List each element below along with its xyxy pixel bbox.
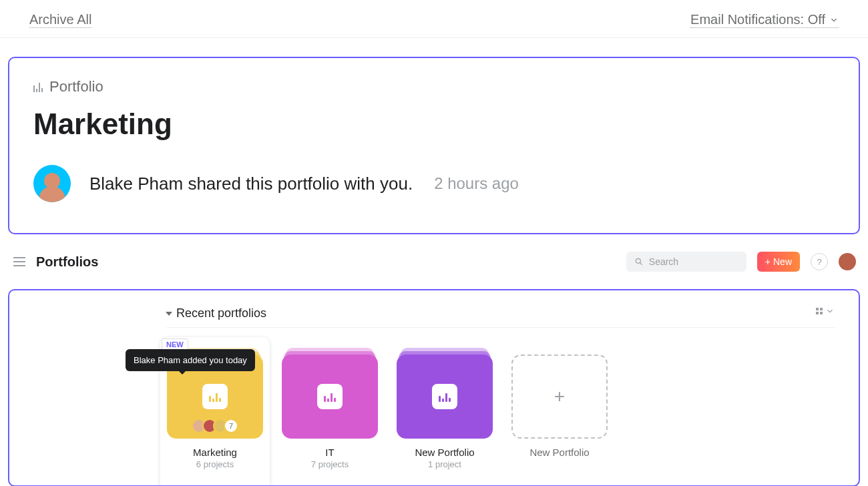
tooltip: Blake Pham added you today [126,349,255,371]
portfolio-icon [33,81,43,92]
portfolio-icon [317,384,343,409]
notification-time: 2 hours ago [434,174,519,193]
tile-title: Marketing [167,447,263,458]
archive-all-link[interactable]: Archive All [29,12,91,28]
notification-breadcrumb: Portfolio [33,78,835,95]
tile-title: IT [282,447,378,458]
grid-view-icon [816,308,823,314]
user-avatar[interactable] [839,253,856,270]
actor-avatar[interactable] [33,165,71,202]
topbar: Archive All Email Notifications: Off [0,0,868,38]
menu-icon[interactable] [13,257,25,266]
disclosure-triangle-icon [166,312,172,316]
chevron-down-icon [825,306,835,316]
portfolio-tiles: Blake Pham added you today NEW ☆ ••• [167,340,835,469]
page-header: Portfolios Search + New ? [0,246,868,277]
portfolios-section: Recent portfolios Blake Pham added you t… [8,289,860,486]
notification-message: Blake Pham shared this portfolio with yo… [89,174,413,194]
help-button[interactable]: ? [811,253,828,270]
search-icon [634,257,644,266]
portfolio-tile-it[interactable]: IT 7 projects [282,354,378,469]
svg-line-1 [640,263,642,265]
notification-title: Marketing [33,107,835,141]
tile-title: New Portfolio [397,447,493,458]
chevron-down-icon [829,15,839,25]
search-input[interactable]: Search [626,252,746,272]
portfolio-icon [202,384,228,409]
plus-icon: + [765,256,771,267]
tile-subtitle: 1 project [397,459,493,469]
breadcrumb-label: Portfolio [49,78,103,95]
tile-subtitle: 7 projects [282,459,378,469]
member-overflow-count: 7 [224,419,238,433]
divider [167,327,835,328]
plus-icon: + [554,386,565,407]
email-notifications-toggle[interactable]: Email Notifications: Off [690,12,839,28]
page-title: Portfolios [36,254,98,270]
section-title: Recent portfolios [176,306,266,320]
member-avatars[interactable]: 7 [192,419,238,433]
portfolio-tile-marketing[interactable]: Blake Pham added you today NEW ☆ ••• [167,354,263,469]
section-header[interactable]: Recent portfolios [167,306,835,320]
add-portfolio-tile[interactable]: + New Portfolio [511,354,608,469]
search-placeholder: Search [649,256,678,267]
tile-title: New Portfolio [511,447,608,458]
new-button[interactable]: + New [757,252,800,272]
portfolio-tile-new-portfolio[interactable]: New Portfolio 1 project [397,354,493,469]
svg-point-0 [636,258,640,263]
view-toggle[interactable] [816,306,835,316]
email-notifications-label: Email Notifications: Off [690,12,825,27]
tile-subtitle: 6 projects [167,459,263,469]
new-button-label: New [773,256,792,267]
portfolio-icon [432,384,457,409]
shared-portfolio-notification[interactable]: Portfolio Marketing Blake Pham shared th… [8,57,860,234]
